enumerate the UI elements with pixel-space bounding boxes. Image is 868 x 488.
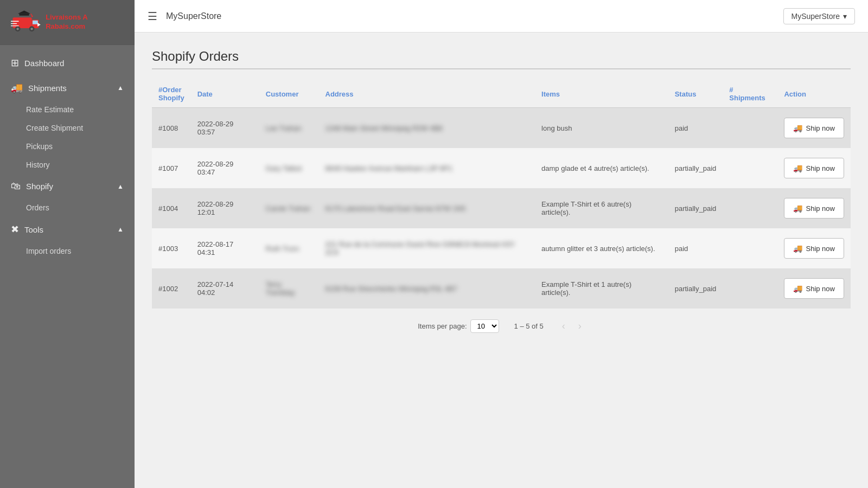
order-items: Example T-Shirt et 1 autre(s) article(s)…	[535, 268, 668, 309]
sidebar-sub-import-orders[interactable]: Import orders	[0, 242, 135, 260]
main-area: ☰ MySuperStore MySuperStore ▾ Shopify Or…	[135, 0, 868, 488]
sidebar-nav: ⊞ Dashboard 🚚 Shipments ▲ Rate Estimate …	[0, 45, 135, 488]
order-date: 2022-08-29 03:47	[191, 148, 259, 188]
next-page-button[interactable]: ›	[575, 319, 585, 333]
table-header-row: #OrderShopify Date Customer Address Item…	[152, 80, 851, 108]
sidebar-item-dashboard[interactable]: ⊞ Dashboard	[0, 50, 135, 75]
col-address: Address	[319, 80, 535, 108]
customer-address: 1348 Main Street Winnipeg R2W 4B8	[319, 108, 535, 149]
order-items: autumn glitter et 3 autre(s) article(s).	[535, 228, 668, 268]
customer-name: Ruth Truro	[259, 228, 319, 268]
table-row: #10022022-07-14 04:02Terry Tremblay6158 …	[152, 268, 851, 309]
brand-name: Livraisons A Rabais.com	[46, 13, 124, 31]
order-items: long bush	[535, 108, 668, 149]
customer-name: Gary Talbot	[259, 148, 319, 188]
order-items: damp glade et 4 autre(s) article(s).	[535, 148, 668, 188]
svg-point-6	[31, 28, 33, 30]
order-number: #1004	[152, 188, 191, 228]
shipments-count	[723, 148, 777, 188]
truck-icon: 🚚	[793, 164, 802, 172]
table-row: #10032022-08-17 04:31Ruth Truro221 Rue d…	[152, 228, 851, 268]
chevron-up-icon: ▲	[117, 84, 124, 92]
col-action: Action	[777, 80, 851, 108]
store-chevron-icon: ▾	[843, 12, 847, 21]
svg-rect-11	[19, 14, 29, 16]
items-per-page-label: Items per page:	[418, 322, 467, 330]
shipments-count	[723, 228, 777, 268]
order-date: 2022-08-17 04:31	[191, 228, 259, 268]
ship-now-button[interactable]: 🚚 Ship now	[784, 118, 844, 138]
sidebar-item-shipments[interactable]: 🚚 Shipments ▲	[0, 75, 135, 100]
table-row: #10072022-08-29 03:47Gary Talbot8649 Haw…	[152, 148, 851, 188]
svg-rect-2	[33, 21, 38, 24]
col-items: Items	[535, 80, 668, 108]
ship-now-button[interactable]: 🚚 Ship now	[784, 238, 844, 259]
col-shipments: # Shipments	[723, 80, 777, 108]
chevron-up-icon-2: ▲	[117, 183, 124, 190]
shipments-count	[723, 188, 777, 228]
sidebar-sub-history[interactable]: History	[0, 156, 135, 174]
order-number: #1008	[152, 108, 191, 149]
title-divider	[152, 68, 851, 69]
sidebar-item-shopify[interactable]: 🛍 Shopify ▲	[0, 174, 135, 198]
shipments-count	[723, 268, 777, 309]
store-selector[interactable]: MySuperStore ▾	[783, 8, 855, 24]
logo-area: Livraisons A Rabais.com	[0, 0, 135, 45]
order-status: partially_paid	[668, 268, 723, 309]
shipments-icon: 🚚	[11, 82, 23, 94]
order-status: paid	[668, 108, 723, 149]
sidebar-sub-create-shipment[interactable]: Create Shipment	[0, 119, 135, 137]
order-status: partially_paid	[668, 188, 723, 228]
truck-icon: 🚚	[793, 244, 802, 253]
sidebar-item-dashboard-label: Dashboard	[24, 59, 64, 68]
topbar: ☰ MySuperStore MySuperStore ▾	[135, 0, 868, 33]
order-status: partially_paid	[668, 148, 723, 188]
col-status: Status	[668, 80, 723, 108]
content-area: Shopify Orders #OrderShopify Date Custom…	[135, 33, 868, 488]
svg-marker-12	[18, 11, 31, 14]
page-title: Shopify Orders	[152, 49, 851, 64]
ship-now-button[interactable]: 🚚 Ship now	[784, 198, 844, 219]
sidebar: Livraisons A Rabais.com ⊞ Dashboard 🚚 Sh…	[0, 0, 135, 488]
topbar-app-name: MySuperStore	[166, 11, 221, 21]
order-number: #1003	[152, 228, 191, 268]
items-per-page-control: Items per page: 10 5 25 50	[418, 319, 499, 333]
sidebar-sub-pickups[interactable]: Pickups	[0, 137, 135, 156]
svg-rect-0	[13, 17, 32, 28]
action-cell: 🚚 Ship now	[777, 148, 851, 188]
sidebar-sub-orders[interactable]: Orders	[0, 198, 135, 217]
sidebar-item-tools-label: Tools	[24, 225, 43, 234]
svg-marker-10	[37, 23, 41, 27]
page-range: 1 – 5 of 5	[514, 322, 544, 330]
svg-point-14	[31, 16, 33, 17]
ship-now-button[interactable]: 🚚 Ship now	[784, 278, 844, 299]
customer-address: 221 Rue de la Commune Ouest Rive G9N8C8 …	[319, 228, 535, 268]
order-number: #1002	[152, 268, 191, 309]
order-number: #1007	[152, 148, 191, 188]
chevron-up-icon-3: ▲	[117, 226, 124, 233]
col-date: Date	[191, 80, 259, 108]
store-name: MySuperStore	[792, 12, 840, 21]
customer-name: Terry Tremblay	[259, 268, 319, 309]
items-per-page-select[interactable]: 10 5 25 50	[470, 319, 499, 333]
sidebar-item-tools[interactable]: ✖ Tools ▲	[0, 217, 135, 242]
sidebar-item-shopify-label: Shopify	[26, 182, 53, 191]
customer-name: Lee Trahan	[259, 108, 319, 149]
action-cell: 🚚 Ship now	[777, 228, 851, 268]
ship-now-button[interactable]: 🚚 Ship now	[784, 158, 844, 178]
truck-icon: 🚚	[793, 124, 802, 132]
customer-address: 8649 Hawker Avenue Markham L3P 8P1	[319, 148, 535, 188]
prev-page-button[interactable]: ‹	[559, 319, 569, 333]
customer-address: 6158 Rue Shevchenko Winnipeg R3L 4B7	[319, 268, 535, 309]
customer-address: 6170 Lakeshore Road East Sarnia N7W 1N5	[319, 188, 535, 228]
col-order-shopify: #OrderShopify	[152, 80, 191, 108]
customer-name: Carole Trahan	[259, 188, 319, 228]
menu-icon[interactable]: ☰	[148, 10, 157, 23]
sidebar-item-shipments-label: Shipments	[28, 84, 67, 93]
action-cell: 🚚 Ship now	[777, 108, 851, 149]
sidebar-sub-rate-estimate[interactable]: Rate Estimate	[0, 100, 135, 119]
truck-icon: 🚚	[793, 204, 802, 213]
order-date: 2022-08-29 12:01	[191, 188, 259, 228]
action-cell: 🚚 Ship now	[777, 188, 851, 228]
shopify-icon: 🛍	[11, 181, 21, 192]
